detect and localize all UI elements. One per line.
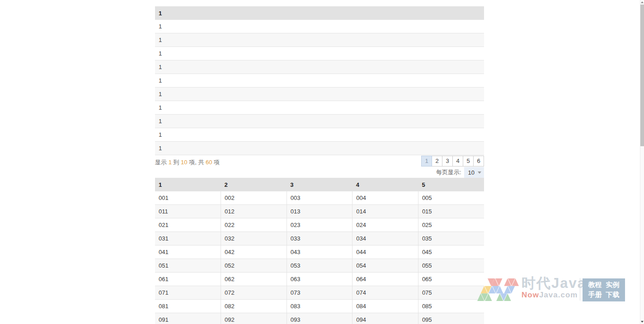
table-row: 1 xyxy=(155,142,484,155)
table-row: 071 072 073 074 075 xyxy=(155,286,484,300)
cell: 014 xyxy=(353,205,418,218)
cell: 083 xyxy=(287,300,353,313)
table-row: 011 012 013 014 015 xyxy=(155,205,484,218)
cell: 051 xyxy=(155,259,221,273)
cell: 085 xyxy=(418,300,484,313)
watermark-link-manuals[interactable]: 手册 xyxy=(588,291,602,299)
vertical-scrollbar[interactable] xyxy=(640,0,644,324)
watermark-link-tutorials[interactable]: 教程 xyxy=(588,281,602,289)
info-total: 60 xyxy=(206,159,212,166)
cell: 001 xyxy=(155,191,221,205)
watermark-divider xyxy=(580,278,580,301)
cell: 1 xyxy=(155,74,484,88)
cell: 1 xyxy=(155,20,484,33)
cell: 044 xyxy=(353,245,418,259)
table-row: 1 xyxy=(155,20,484,33)
scroll-down-arrow-icon[interactable] xyxy=(641,321,644,323)
cell: 031 xyxy=(155,232,221,245)
watermark-links-box: 教程 实例 手册 下载 xyxy=(583,278,625,301)
multi-column-table: 1 2 3 4 5 001 002 003 004 005 011 012 01… xyxy=(155,178,484,324)
table-row: 041 042 043 044 045 xyxy=(155,245,484,259)
info-mid2: 项, 共 xyxy=(188,159,206,166)
cell: 092 xyxy=(221,313,287,324)
table-row: 1 xyxy=(155,74,484,88)
pagination-info: 显示 1 到 10 项, 共 60 项 xyxy=(155,155,220,167)
info-to: 10 xyxy=(181,159,187,166)
cell: 1 xyxy=(155,60,484,74)
cell: 022 xyxy=(221,218,287,232)
table-header-row: 1 2 3 4 5 xyxy=(155,178,484,191)
table-row: 1 xyxy=(155,101,484,115)
column-header-1[interactable]: 1 xyxy=(155,6,484,20)
cell: 033 xyxy=(287,232,353,245)
single-column-table: 1 1 1 1 1 1 1 1 1 1 1 xyxy=(155,6,484,155)
table-row: 1 xyxy=(155,115,484,128)
per-page-value: 10 xyxy=(468,169,475,176)
content-area: 1 1 1 1 1 1 1 1 1 1 1 显示 1 到 10 项, 共 60 … xyxy=(155,6,484,324)
cell: 062 xyxy=(221,273,287,286)
nowjava-brand: 时代Java NowJava.com xyxy=(522,276,586,299)
table-row: 021 022 023 024 025 xyxy=(155,218,484,232)
page-button-3[interactable]: 3 xyxy=(442,156,453,167)
watermark-link-examples[interactable]: 实例 xyxy=(606,281,620,289)
cell: 095 xyxy=(418,313,484,324)
watermark-link-downloads[interactable]: 下载 xyxy=(606,291,620,299)
cell: 064 xyxy=(353,273,418,286)
cell: 015 xyxy=(418,205,484,218)
table-row: 1 xyxy=(155,33,484,47)
cell: 052 xyxy=(221,259,287,273)
cell: 024 xyxy=(353,218,418,232)
cell: 061 xyxy=(155,273,221,286)
cell: 023 xyxy=(287,218,353,232)
cell: 025 xyxy=(418,218,484,232)
cell: 041 xyxy=(155,245,221,259)
nowjava-watermark: 时代Java NowJava.com 教程 实例 手册 下载 xyxy=(477,276,626,302)
table-header-row: 1 xyxy=(155,6,484,20)
cell: 093 xyxy=(287,313,353,324)
column-header-4[interactable]: 4 xyxy=(353,178,418,191)
cell: 063 xyxy=(287,273,353,286)
cell: 091 xyxy=(155,313,221,324)
brand-domain-now: Now xyxy=(522,291,539,299)
cell: 032 xyxy=(221,232,287,245)
page-button-4[interactable]: 4 xyxy=(452,156,463,167)
table-row: 1 xyxy=(155,88,484,101)
page-button-2[interactable]: 2 xyxy=(432,156,442,167)
nowjava-logo-icon xyxy=(477,278,519,301)
cell: 074 xyxy=(353,286,418,300)
page-button-1[interactable]: 1 xyxy=(421,156,432,167)
column-header-2[interactable]: 2 xyxy=(221,178,287,191)
table-row: 1 xyxy=(155,47,484,60)
column-header-1[interactable]: 1 xyxy=(155,178,221,191)
cell: 081 xyxy=(155,300,221,313)
column-header-5[interactable]: 5 xyxy=(418,178,484,191)
brand-domain-rest: Java.com xyxy=(539,291,578,299)
table-row: 1 xyxy=(155,60,484,74)
cell: 1 xyxy=(155,142,484,155)
cell: 1 xyxy=(155,33,484,47)
per-page-select[interactable]: 10 xyxy=(464,167,484,178)
scrollbar-thumb[interactable] xyxy=(640,5,644,146)
cell: 043 xyxy=(287,245,353,259)
cell: 1 xyxy=(155,115,484,128)
cell: 084 xyxy=(353,300,418,313)
cell: 1 xyxy=(155,88,484,101)
page-button-5[interactable]: 5 xyxy=(463,156,474,167)
cell: 042 xyxy=(221,245,287,259)
cell: 034 xyxy=(353,232,418,245)
per-page-label: 每页显示: xyxy=(436,168,461,176)
cell: 002 xyxy=(221,191,287,205)
cell: 005 xyxy=(418,191,484,205)
cell: 053 xyxy=(287,259,353,273)
table-row: 061 062 063 064 065 xyxy=(155,273,484,286)
cell: 071 xyxy=(155,286,221,300)
cell: 1 xyxy=(155,47,484,60)
cell: 045 xyxy=(418,245,484,259)
table-row: 051 052 053 054 055 xyxy=(155,259,484,273)
page-button-6[interactable]: 6 xyxy=(473,156,484,167)
pagination-bar: 显示 1 到 10 项, 共 60 项 1 2 3 4 5 6 xyxy=(155,155,484,167)
cell: 004 xyxy=(353,191,418,205)
column-header-3[interactable]: 3 xyxy=(287,178,353,191)
cell: 012 xyxy=(221,205,287,218)
scroll-up-arrow-icon[interactable] xyxy=(641,1,644,3)
